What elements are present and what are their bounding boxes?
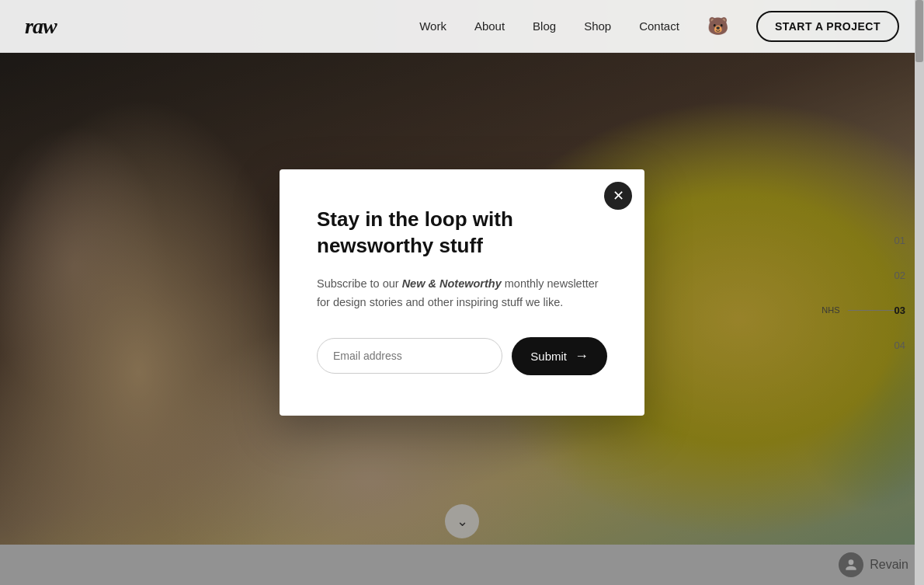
newsletter-form: Submit →	[317, 337, 607, 375]
start-project-button[interactable]: START A PROJECT	[756, 11, 899, 42]
modal-title: Stay in the loop with newsworthy stuff	[317, 207, 607, 259]
email-input[interactable]	[317, 338, 502, 374]
nav-contact[interactable]: Contact	[639, 19, 679, 33]
newsletter-modal: ✕ Stay in the loop with newsworthy stuff…	[280, 169, 644, 415]
modal-desc-prefix: Subscribe to our	[317, 277, 402, 290]
main-nav: Work About Blog Shop Contact 🐻 START A P…	[419, 11, 899, 42]
modal-overlay[interactable]: ✕ Stay in the loop with newsworthy stuff…	[0, 0, 924, 585]
site-logo[interactable]: raw	[25, 14, 57, 39]
nav-blog[interactable]: Blog	[533, 19, 556, 33]
site-header: raw Work About Blog Shop Contact 🐻 START…	[0, 0, 924, 53]
scrollbar[interactable]	[915, 0, 924, 585]
nav-about[interactable]: About	[474, 19, 505, 33]
modal-desc-italic: New & Noteworthy	[402, 277, 502, 290]
submit-label: Submit	[530, 350, 567, 363]
submit-button[interactable]: Submit →	[512, 337, 607, 375]
modal-close-button[interactable]: ✕	[604, 182, 632, 210]
nav-work[interactable]: Work	[419, 19, 446, 33]
bear-icon[interactable]: 🐻	[707, 16, 728, 37]
scrollbar-thumb[interactable]	[915, 0, 923, 62]
nav-shop[interactable]: Shop	[584, 19, 611, 33]
modal-description: Subscribe to our New & Noteworthy monthl…	[317, 275, 607, 312]
arrow-right-icon: →	[575, 348, 589, 364]
